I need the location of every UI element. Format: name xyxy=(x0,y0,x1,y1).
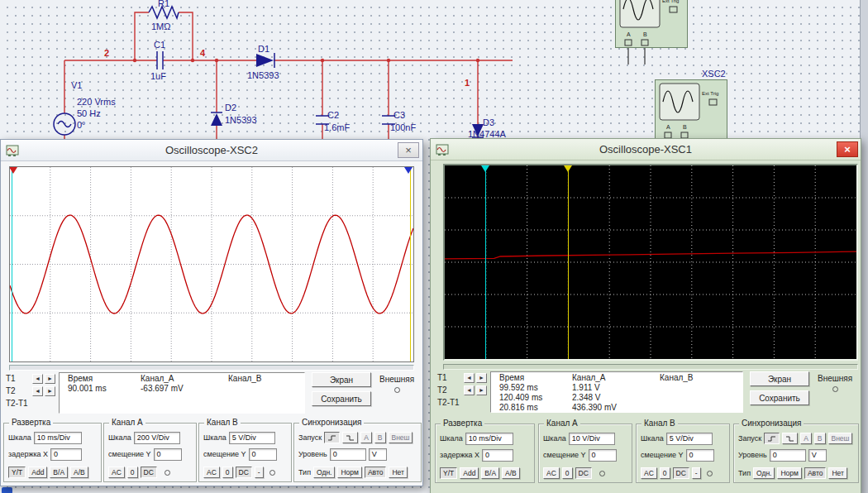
channel-b-scale-field[interactable]: 5 V/Div xyxy=(229,432,275,444)
t1-right-arrow-button[interactable]: ► xyxy=(476,373,487,383)
t1-left-arrow-button[interactable]: ◄ xyxy=(32,374,43,384)
xsc2-titlebar[interactable]: Oscilloscope-XSC2 × xyxy=(1,140,422,161)
channel-b-zero-button[interactable]: 0 xyxy=(222,467,233,478)
c2-ref-label[interactable]: C2 xyxy=(327,110,339,120)
timebase-scale-field[interactable]: 10 ms/Div xyxy=(34,432,82,444)
save-button[interactable]: Сохранить xyxy=(312,391,371,406)
timebase-yt-button[interactable]: Y/T xyxy=(8,467,26,478)
trigger-normal-button[interactable]: Норм xyxy=(777,467,801,479)
trigger-source-a-button[interactable]: A xyxy=(360,432,372,443)
channel-a-ypos-field[interactable]: 0 xyxy=(589,449,617,462)
t1-right-arrow-button[interactable]: ► xyxy=(45,374,55,384)
t2-left-arrow-button[interactable]: ◄ xyxy=(32,386,43,396)
xsc2-cursor2-handle[interactable] xyxy=(404,167,413,174)
trigger-level-field[interactable]: 0 xyxy=(330,448,366,461)
xsc2-close-button[interactable]: × xyxy=(398,142,419,158)
trigger-source-ext-button[interactable]: Внеш xyxy=(828,433,853,444)
r1-value-label[interactable]: 1MΩ xyxy=(151,22,171,31)
channel-b-dc-button[interactable]: DC xyxy=(236,467,252,478)
channel-a-scale-field[interactable]: 200 V/Div xyxy=(134,432,180,444)
xsc1-cursor2-handle[interactable] xyxy=(564,165,572,172)
xsc1-cursor1-line[interactable] xyxy=(485,165,486,359)
xsc1-close-button[interactable]: × xyxy=(837,141,858,157)
trigger-auto-button[interactable]: Авто xyxy=(804,467,827,479)
v1-ref-label[interactable]: V1 xyxy=(71,80,82,90)
save-button[interactable]: Сохранить xyxy=(750,390,809,405)
timebase-ab-button[interactable]: A/B xyxy=(502,467,520,479)
c1-capacitor-symbol[interactable] xyxy=(157,51,163,69)
oscilloscope-xsc1-instrument-icon[interactable]: Ext Trig A B xyxy=(615,0,688,51)
channel-b-ac-button[interactable]: AC xyxy=(203,467,220,478)
d1-ref-label[interactable]: D1 xyxy=(258,44,269,54)
trigger-level-field[interactable]: 0 xyxy=(770,449,806,462)
timebase-add-button[interactable]: Add xyxy=(460,467,479,479)
channel-a-dc-button[interactable]: DC xyxy=(575,467,592,479)
v1-value-label-1[interactable]: 220 Vrms xyxy=(77,97,116,107)
c2-value-label[interactable]: 1.6mF xyxy=(324,122,350,132)
channel-b-ac-button[interactable]: AC xyxy=(641,467,657,479)
channel-a-dc-button[interactable]: DC xyxy=(141,467,157,478)
c1-value-label[interactable]: 1uF xyxy=(150,71,166,81)
channel-a-ac-button[interactable]: AC xyxy=(543,467,560,479)
timebase-yt-button[interactable]: Y/T xyxy=(440,467,457,479)
d2-value-label[interactable]: 1N5393 xyxy=(225,115,257,125)
channel-b-dc-button[interactable]: DC xyxy=(673,467,689,479)
trigger-none-button[interactable]: Нет xyxy=(389,467,407,478)
timebase-ab-button[interactable]: A/B xyxy=(70,467,88,478)
timebase-scale-field[interactable]: 10 ms/Div xyxy=(465,433,513,445)
channel-b-minus-button[interactable]: - xyxy=(692,467,701,479)
xsc2-cursor1-line[interactable] xyxy=(12,167,12,361)
c3-ref-label[interactable]: C3 xyxy=(393,110,405,120)
r1-ref-label[interactable]: R1 xyxy=(158,0,169,8)
r1-resistor-symbol[interactable] xyxy=(149,7,179,18)
t2-left-arrow-button[interactable]: ◄ xyxy=(464,385,475,395)
trigger-rising-edge-button[interactable] xyxy=(764,433,780,444)
d3-ref-label[interactable]: D3 xyxy=(483,117,494,127)
channel-a-ypos-field[interactable]: 0 xyxy=(154,448,182,461)
c1-ref-label[interactable]: C1 xyxy=(154,40,165,50)
channel-a-ac-button[interactable]: AC xyxy=(108,467,125,478)
d2-ref-label[interactable]: D2 xyxy=(225,103,236,112)
channel-b-ypos-field[interactable]: 0 xyxy=(686,449,714,462)
timebase-xpos-field[interactable]: 0 xyxy=(50,448,82,461)
xsc1-cursor-track[interactable] xyxy=(443,364,858,370)
trigger-source-b-button[interactable]: B xyxy=(814,433,826,444)
v1-value-label-3[interactable]: 0° xyxy=(77,120,86,130)
oscilloscope-xsc2-instrument-icon[interactable]: Ext Trig A B xyxy=(655,79,727,144)
timebase-ba-button[interactable]: B/A xyxy=(481,467,499,479)
trigger-source-b-button[interactable]: B xyxy=(374,432,386,443)
xsc1-cursor1-handle[interactable] xyxy=(481,165,489,172)
d1-diode-symbol[interactable] xyxy=(256,54,274,67)
c3-value-label[interactable]: 100nF xyxy=(390,122,416,132)
t2-right-arrow-button[interactable]: ► xyxy=(45,386,55,396)
xsc2-cursor-track[interactable] xyxy=(9,365,414,371)
t1-left-arrow-button[interactable]: ◄ xyxy=(464,373,475,383)
v1-value-label-2[interactable]: 50 Hz xyxy=(77,108,101,118)
xsc2-cursor2-line[interactable] xyxy=(410,167,411,361)
trigger-level-unit-select[interactable]: V xyxy=(808,449,827,462)
xsc2-cursor1-handle[interactable] xyxy=(9,167,17,174)
timebase-ba-button[interactable]: B/A xyxy=(50,467,68,478)
channel-a-zero-button[interactable]: 0 xyxy=(127,467,138,478)
xsc1-cursor2-line[interactable] xyxy=(568,165,569,359)
trigger-none-button[interactable]: Нет xyxy=(828,467,847,479)
channel-a-zero-button[interactable]: 0 xyxy=(562,467,573,479)
channel-a-scale-field[interactable]: 10 V/Div xyxy=(569,433,615,445)
trigger-single-button[interactable]: Одн. xyxy=(313,467,335,478)
screen-reverse-button[interactable]: Экран xyxy=(312,372,371,387)
trigger-source-a-button[interactable]: A xyxy=(800,433,812,444)
trigger-falling-edge-button[interactable] xyxy=(782,433,798,444)
screen-reverse-button[interactable]: Экран xyxy=(750,371,809,386)
trigger-single-button[interactable]: Одн. xyxy=(753,467,775,479)
circuit-wires[interactable] xyxy=(64,12,513,139)
trigger-source-ext-button[interactable]: Внеш xyxy=(389,432,413,443)
channel-b-ypos-field[interactable]: 0 xyxy=(249,448,277,461)
timebase-add-button[interactable]: Add xyxy=(28,467,47,478)
trigger-normal-button[interactable]: Норм xyxy=(337,467,361,478)
xsc2-instrument-tag[interactable]: XSC2 xyxy=(702,69,726,79)
trigger-rising-edge-button[interactable] xyxy=(324,432,340,443)
channel-b-minus-button[interactable]: - xyxy=(255,467,264,478)
timebase-xpos-field[interactable]: 0 xyxy=(482,449,513,462)
channel-b-zero-button[interactable]: 0 xyxy=(660,467,670,479)
xsc1-titlebar[interactable]: Oscilloscope-XSC1 × xyxy=(431,139,861,160)
